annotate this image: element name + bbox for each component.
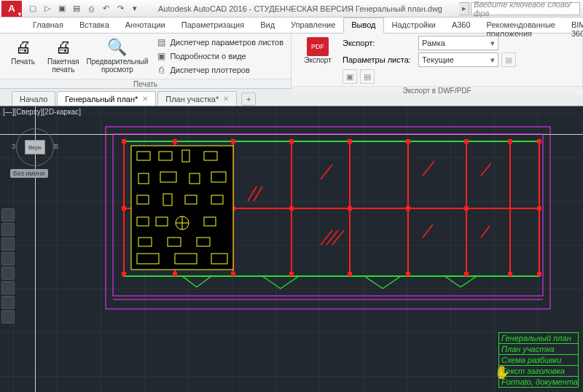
nav-tool[interactable] — [1, 238, 15, 251]
nav-tool[interactable] — [1, 310, 15, 324]
plotter-mgr-label: Диспетчер плоттеров — [170, 66, 249, 74]
nav-tool[interactable] — [1, 208, 15, 222]
nav-tool[interactable] — [1, 296, 15, 309]
svg-line-43 — [326, 230, 338, 245]
compass-west: З — [12, 143, 15, 150]
svg-rect-18 — [348, 139, 352, 144]
sheet-params-value: Текущие — [422, 55, 454, 64]
panel-export-title: Экспорт в DWF/PDF — [292, 86, 582, 95]
search-input[interactable]: Введите ключевое слово/фра — [471, 2, 580, 15]
viewcube-face[interactable]: Верх — [25, 140, 45, 154]
saveas-icon[interactable]: ▤ — [70, 2, 83, 15]
magnifier-icon: 🔍 — [106, 37, 129, 58]
svg-rect-26 — [348, 206, 352, 211]
tab-bim360[interactable]: BIM 360 — [563, 17, 583, 33]
doc-tab-start[interactable]: Начало — [12, 91, 55, 106]
svg-line-44 — [332, 230, 344, 245]
tab-home[interactable]: Главная — [25, 17, 71, 33]
svg-rect-49 — [131, 146, 233, 270]
svg-rect-30 — [122, 272, 126, 276]
svg-rect-31 — [173, 272, 177, 276]
svg-rect-29 — [537, 206, 541, 211]
page-setup-icon: ▤ — [155, 36, 167, 48]
tab-parametric[interactable]: Параметризация — [173, 17, 252, 33]
view-details-button[interactable]: ▣Подробности о виде — [152, 50, 286, 63]
drawing-canvas[interactable]: [—][Сверху][2D-каркас] Верх З В Без имен… — [0, 106, 583, 392]
nav-tool[interactable] — [1, 281, 15, 294]
printer-icon: 🖨 — [12, 37, 35, 58]
view-details-label: Подробности о виде — [170, 52, 246, 60]
export-opt2-button[interactable]: ▤ — [360, 69, 375, 84]
svg-rect-14 — [122, 139, 126, 144]
svg-rect-35 — [406, 272, 410, 276]
chevron-down-icon: ▾ — [490, 39, 495, 48]
save-icon[interactable]: ▣ — [55, 2, 69, 15]
ribbon-body: 🖨 Печать 🖨 Пакетная печать 🔍 Предварител… — [0, 34, 583, 89]
sheet-combo-label: Параметры листа: — [343, 55, 415, 64]
page-setup-button[interactable]: ▤Диспетчер параметров листов — [152, 36, 286, 49]
nav-tool[interactable] — [1, 267, 15, 280]
new-doc-button[interactable]: + — [241, 93, 256, 106]
viewport-label[interactable]: [—][Сверху][2D-каркас] — [3, 108, 81, 116]
batch-print-button[interactable]: 🖨 Пакетная печать — [44, 36, 82, 75]
open-icon[interactable]: ▷ — [41, 2, 54, 15]
redo-icon[interactable]: ↷ — [114, 2, 127, 15]
svg-rect-37 — [508, 272, 512, 276]
svg-rect-21 — [508, 139, 512, 144]
undo-icon[interactable]: ↶ — [99, 2, 112, 15]
ucs-name-label[interactable]: Без имени — [10, 169, 48, 178]
nav-tool[interactable] — [1, 223, 15, 236]
doc-tab-genplan[interactable]: Генеральный план*✕ — [57, 91, 156, 106]
batch-print-label: Пакетная печать — [46, 58, 80, 74]
sheet-params-combo[interactable]: Текущие▾ — [418, 52, 498, 67]
tab-a360[interactable]: A360 — [444, 17, 479, 33]
window-title: Autodesk AutoCAD 2016 - СТУДЕНЧЕСКАЯ ВЕР… — [141, 4, 459, 13]
sheet-options-button[interactable]: ▦ — [501, 52, 516, 67]
app-menu-button[interactable]: A — [1, 1, 22, 17]
export-opt1-button[interactable]: ▣ — [343, 69, 357, 84]
nav-tool[interactable] — [1, 252, 15, 265]
print-button[interactable]: 🖨 Печать — [4, 36, 42, 67]
title-block-row: Formato, документация — [499, 377, 578, 387]
title-block-row: Схема разбивки — [499, 355, 578, 366]
title-block-row: Генеральный план — [499, 333, 578, 344]
svg-line-48 — [481, 226, 490, 238]
new-icon[interactable]: ▢ — [26, 2, 39, 15]
tab-annotate[interactable]: Аннотации — [117, 17, 173, 33]
doc-tab-plan[interactable]: План участка*✕ — [157, 91, 237, 106]
preview-label: Предварительный просмотр — [87, 58, 149, 74]
close-icon[interactable]: ✕ — [223, 95, 229, 103]
svg-line-42 — [321, 230, 332, 245]
qat-more-icon[interactable]: ▾ — [128, 2, 141, 15]
search-arrow-icon[interactable]: ▸ — [459, 2, 469, 15]
tab-featured[interactable]: Рекомендованные приложения — [479, 17, 563, 33]
export-type-combo[interactable]: Рамка▾ — [418, 36, 498, 50]
tab-view[interactable]: Вид — [252, 17, 283, 33]
doc-tab-label: Начало — [20, 95, 47, 103]
tab-manage[interactable]: Управление — [283, 17, 343, 33]
viewcube[interactable]: Верх З В — [16, 128, 54, 166]
tab-output[interactable]: Вывод — [343, 17, 383, 34]
pdf-icon: PDF — [307, 37, 329, 56]
tab-addins[interactable]: Надстройки — [384, 17, 444, 33]
svg-rect-33 — [289, 272, 294, 276]
svg-rect-38 — [537, 272, 541, 276]
tab-insert[interactable]: Вставка — [71, 17, 117, 33]
navigation-bar — [1, 208, 16, 324]
svg-rect-36 — [464, 272, 469, 276]
plotter-mgr-button[interactable]: ⎙Диспетчер плоттеров — [152, 63, 286, 77]
close-icon[interactable]: ✕ — [142, 95, 148, 103]
preview-button[interactable]: 🔍 Предварительный просмотр — [85, 36, 150, 75]
quick-access-toolbar: ▢ ▷ ▣ ▤ ⎙ ↶ ↷ ▾ — [26, 2, 141, 15]
compass-east: В — [54, 143, 58, 150]
svg-rect-20 — [464, 139, 469, 144]
svg-rect-25 — [289, 206, 294, 211]
print-icon[interactable]: ⎙ — [85, 2, 98, 15]
export-type-value: Рамка — [422, 39, 445, 47]
svg-line-46 — [481, 163, 491, 176]
print-label: Печать — [11, 58, 35, 66]
plotter-icon: ⎙ — [155, 64, 167, 76]
svg-line-47 — [423, 224, 433, 238]
batch-printer-icon: 🖨 — [52, 37, 75, 58]
export-button[interactable]: PDF Экспорт — [296, 36, 340, 66]
